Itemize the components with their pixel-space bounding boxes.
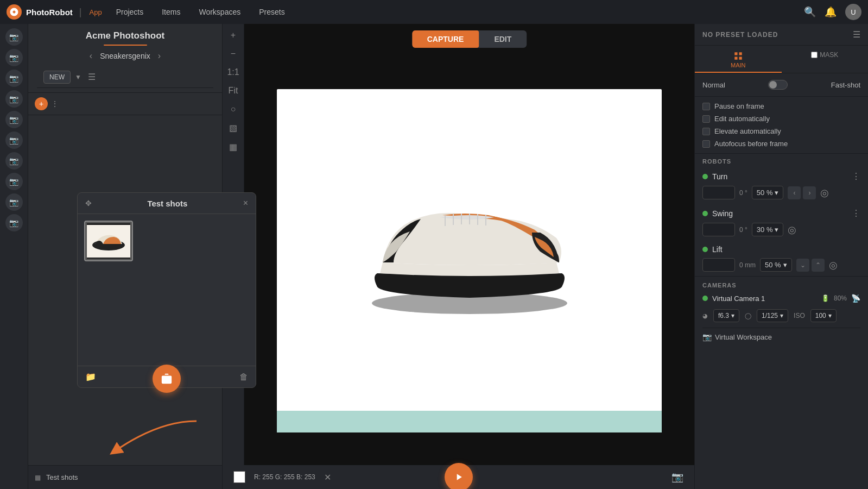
drag-handle-icon[interactable]: ✥ [85,199,92,208]
lift-down-button[interactable]: ⌄ [796,259,809,272]
toolbar-row: NEW ▼ ☰ [37,66,213,88]
edit-auto-option[interactable]: Edit automatically [702,115,860,123]
pause-on-frame-option[interactable]: Pause on frame [702,102,860,110]
zoom-in-icon[interactable]: + [229,28,238,42]
swing-target-icon[interactable]: ◎ [788,224,796,236]
turn-label: Turn [712,172,727,181]
cam-btn-2[interactable]: 📷 [5,49,23,66]
fast-shot-toggle[interactable] [768,80,788,90]
swing-percent-dropdown[interactable]: 30 % ▾ [752,223,784,236]
turn-right-button[interactable]: › [803,186,816,199]
cam-btn-10[interactable]: 📷 [5,214,23,231]
turn-robot-controls: 0 ° 50 % ▾ ‹ › ◎ [702,186,860,199]
fit-label[interactable]: Fit [226,84,240,98]
elevate-auto-option[interactable]: Elevate automatically [702,127,860,135]
swing-percent-arrow: ▾ [775,225,778,234]
nav-presets[interactable]: Presets [255,5,289,18]
lift-mm-input[interactable] [702,258,735,272]
turn-robot-header: Turn ⋮ [702,171,860,181]
camera-capture-icon[interactable]: 📷 [671,471,683,483]
cam-btn-8[interactable]: 📷 [5,173,23,190]
sort-icon[interactable]: ⋮ [51,99,59,108]
viewer-teal-strip [277,411,662,432]
new-button[interactable]: NEW [43,71,71,84]
cam-btn-7[interactable]: 📷 [5,152,23,170]
delete-icon[interactable]: 🗑 [239,372,248,382]
panel-actions: + ⋮ [28,93,222,115]
test-shot-thumbnail[interactable] [84,221,133,261]
list-view-icon[interactable]: ☰ [86,70,98,84]
left-panel-header: Acme Photoshoot ‹ Sneakersgenix › NEW ▼ … [28,24,222,93]
panel-menu-icon[interactable]: ☰ [853,29,860,40]
clear-button[interactable]: ✕ [324,472,331,482]
nav-workspaces[interactable]: Workspaces [194,5,245,18]
shutter-dropdown[interactable]: 1/125 ▾ [757,309,788,322]
swing-robot-menu-icon[interactable]: ⋮ [852,208,860,218]
cam-btn-1[interactable]: 📷 [5,28,23,46]
wifi-icon: 📡 [851,294,860,303]
cam-btn-9[interactable]: 📷 [5,193,23,211]
zoom-ratio-label[interactable]: 1:1 [225,65,241,79]
toggle-track[interactable] [768,80,788,90]
swing-label: Swing [712,209,733,218]
exposure-icon[interactable]: ○ [229,102,238,116]
turn-target-icon[interactable]: ◎ [820,187,829,199]
test-shots-close-button[interactable]: × [243,198,248,208]
edit-auto-checkbox[interactable] [702,115,710,123]
capture-edit-tabs: CAPTURE EDIT [412,30,527,48]
tab-main[interactable]: MAIN [695,46,782,73]
cam-btn-4[interactable]: 📷 [5,90,23,108]
nav-projects[interactable]: Projects [112,5,148,18]
tab-mask[interactable]: MASK [782,46,869,73]
edit-tab[interactable]: EDIT [479,30,527,48]
swing-degrees-label: 0 ° [739,226,747,234]
prev-item-arrow[interactable]: ‹ [86,50,96,62]
swing-degrees-input[interactable] [702,223,735,236]
normal-label: Normal [702,81,725,89]
app-name: PhotoRobot [26,8,73,17]
cameras-section-title: CAMERAS [702,282,860,289]
turn-percent-dropdown[interactable]: 50 % ▾ [752,186,784,199]
options-checkboxes: Pause on frame Edit automatically Elevat… [695,97,868,154]
turn-robot-menu-icon[interactable]: ⋮ [852,171,860,181]
elevate-auto-checkbox[interactable] [702,128,710,135]
workspace-icon: 📷 [702,333,712,341]
preset-label: NO PRESET LOADED [702,31,778,39]
next-item-arrow[interactable]: › [155,50,164,62]
zoom-out-icon[interactable]: − [229,47,238,61]
mask-checkbox[interactable] [811,52,818,58]
pause-checkbox[interactable] [702,103,710,110]
lift-target-icon[interactable]: ◎ [829,259,838,271]
nav-items[interactable]: Items [157,5,185,18]
notification-icon[interactable]: 🔔 [825,6,837,18]
autofocus-option[interactable]: Autofocus before frame [702,140,860,148]
autofocus-checkbox[interactable] [702,140,710,148]
turn-degrees-label: 0 ° [739,189,747,197]
test-shots-footer: 📁 🗑 [78,366,256,387]
search-icon[interactable]: 🔍 [804,6,816,18]
center-panel: + − 1:1 Fit ○ ▧ ▦ CAPTURE EDIT ▶ [223,24,694,489]
top-navbar: PhotoRobot | App Projects Items Workspac… [0,0,868,24]
title-underline [104,45,147,46]
capture-tab[interactable]: CAPTURE [412,30,479,48]
capture-button[interactable] [153,365,181,393]
play-button[interactable] [445,463,473,489]
cam-btn-3[interactable]: 📷 [5,70,23,87]
arrow-indicator [104,416,202,459]
test-shots-bottom-label[interactable]: Test shots [46,473,78,481]
item-name: Sneakersgenix [100,52,150,60]
lift-percent-dropdown[interactable]: 50 % ▾ [760,258,792,272]
fstop-dropdown[interactable]: f6.3 ▾ [713,309,739,322]
lift-up-button[interactable]: ⌃ [812,259,825,272]
grid-view-icon[interactable]: ▧ [227,121,239,135]
folder-icon[interactable]: 📁 [85,372,96,382]
cam-btn-6[interactable]: 📷 [5,131,23,149]
table-grid-icon[interactable]: ▦ [227,140,239,154]
add-item-button[interactable]: + [35,97,48,110]
iso-dropdown[interactable]: 100 ▾ [810,309,837,322]
turn-degrees-input[interactable] [702,186,735,199]
user-avatar[interactable]: U [845,4,861,20]
cam-btn-5[interactable]: 📷 [5,111,23,128]
lift-mm-label: 0 mm [739,261,756,269]
turn-left-button[interactable]: ‹ [788,186,801,199]
